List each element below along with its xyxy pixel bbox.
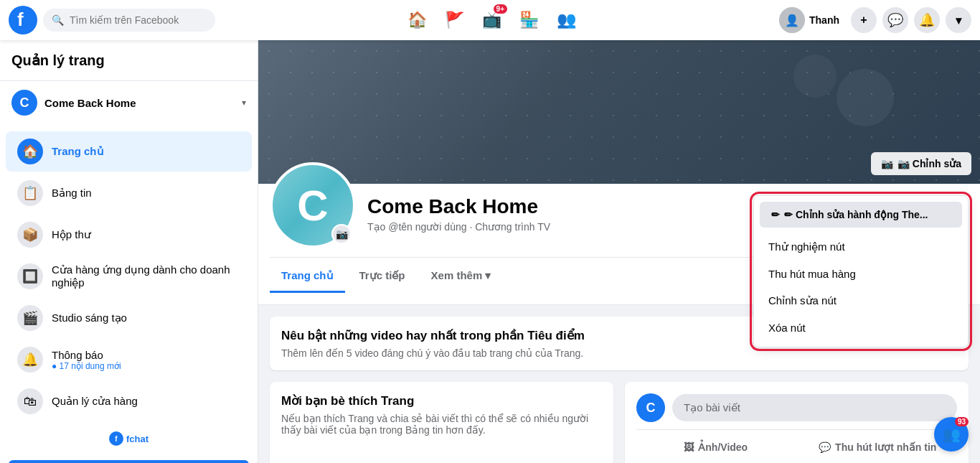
action-dropdown-item-test[interactable]: Thử nghiệm nút	[760, 233, 962, 261]
avatar: 👤	[779, 7, 805, 33]
sidebar-nav: 🏠 Trang chủ 📋 Bảng tin 📦 Hộp thư 🔲 Cửa h…	[0, 124, 258, 429]
sidebar-item-quanlycuahang[interactable]: 🛍 Quản lý cửa hàng	[6, 381, 252, 421]
action-dropdown-item-attract[interactable]: Thu hút mua hàng	[760, 261, 962, 287]
create-post-row: C Tạo bài viết	[636, 393, 957, 422]
support-icon: 👥	[943, 426, 961, 443]
username-label: Thanh	[809, 14, 839, 26]
post-card: C Tạo bài viết 🖼 Ảnh/Video 💬 Thu hút lượ…	[625, 382, 969, 463]
tab-tructiep[interactable]: Trực tiếp	[348, 261, 417, 293]
video-badge: 9+	[494, 4, 507, 14]
cover-edit-label: 📷 Chỉnh sửa	[897, 158, 961, 169]
page-selector[interactable]: C Come Back Home ▾	[0, 81, 258, 124]
messenger-button[interactable]: 💬	[882, 7, 908, 33]
sidebar-ads-button[interactable]: 📣 Quảng cáo	[9, 460, 249, 463]
page-avatar-camera-button[interactable]: 📷	[331, 224, 352, 244]
notifications-button[interactable]: 🔔	[914, 7, 940, 33]
topnav-right: 👤 Thanh + 💬 🔔 ▾	[773, 4, 971, 36]
action-dropdown: ✏ ✏ Chỉnh sửa hành động The... Thử nghiệ…	[753, 195, 969, 347]
create-post-button[interactable]: Tạo bài viết	[672, 394, 957, 421]
photo-label: Ảnh/Video	[698, 441, 748, 453]
page-avatar: C	[11, 90, 37, 116]
inbox-icon: 📦	[17, 222, 43, 248]
tab-xemthem[interactable]: Xem thêm ▾	[420, 261, 503, 293]
action-dropdown-item-edit[interactable]: Chỉnh sửa nút	[760, 287, 962, 314]
sidebar: Quản lý trang C Come Back Home ▾ 🏠 Trang…	[0, 40, 258, 463]
sidebar-title: Quản lý trang	[0, 40, 258, 81]
photo-video-button[interactable]: 🖼 Ảnh/Video	[636, 436, 796, 459]
messenger-post-icon: 💬	[819, 441, 831, 453]
cover-photo: 📷 📷 Chỉnh sửa	[258, 40, 980, 184]
page-profile: C 📷 Come Back Home Tạo @tên người dùng ·…	[258, 184, 980, 305]
photo-icon: 🖼	[684, 441, 694, 453]
sidebar-item-label: Trang chủ	[52, 145, 104, 158]
bell-icon: 🔔	[17, 347, 43, 373]
studio-icon: 🎬	[17, 305, 43, 331]
sidebar-item-label: Quản lý cửa hàng	[52, 395, 138, 408]
sidebar-item-hophu[interactable]: 📦 Hộp thư	[6, 215, 252, 255]
bottom-cards-row: Mời bạn bè thích Trang Nếu bạn thích Tra…	[270, 382, 969, 463]
support-badge[interactable]: 👥 93	[934, 417, 969, 452]
sidebar-item-label: Thông báo	[52, 349, 103, 361]
sidebar-item-cuahang[interactable]: 🔲 Cửa hàng ứng dụng dành cho doanh nghiệ…	[6, 256, 252, 296]
sidebar-bottom: 📣 Quảng cáo	[0, 452, 258, 463]
attract-clicks-label: Thu hút lượt nhấn tin	[835, 441, 936, 453]
add-button[interactable]: +	[851, 7, 877, 33]
camera-icon: 📷	[881, 158, 893, 169]
invite-card-desc: Nếu bạn thích Trang và chia sẻ bài viết …	[281, 413, 602, 436]
sidebar-item-label: Studio sáng tạo	[52, 312, 127, 324]
invite-card-title: Mời bạn bè thích Trang	[281, 393, 602, 408]
topnav-center-icons: 🏠 🚩 📺 9+ 🏪 👥	[221, 3, 762, 37]
search-input[interactable]	[70, 14, 207, 26]
shop-icon: 🛍	[17, 388, 43, 414]
app-store-icon: 🔲	[17, 263, 43, 289]
sidebar-item-studio[interactable]: 🎬 Studio sáng tạo	[6, 298, 252, 338]
store-nav-button[interactable]: 🏪	[512, 3, 546, 37]
sidebar-item-trangchu[interactable]: 🏠 Trang chủ	[6, 131, 252, 172]
invite-card: Mời bạn bè thích Trang Nếu bạn thích Tra…	[270, 382, 613, 463]
action-dropdown-header-btn[interactable]: ✏ ✏ Chỉnh sửa hành động The...	[760, 202, 962, 228]
feature-card-desc: Thêm lên đến 5 video đáng chú ý vào đầu …	[281, 347, 957, 359]
search-icon: 🔍	[52, 14, 64, 26]
action-dropdown-header-label: ✏ Chỉnh sửa hành động The...	[784, 209, 928, 220]
menu-chevron-button[interactable]: ▾	[946, 7, 971, 33]
notification-badge: ● 17 nội dung mới	[52, 361, 240, 371]
page-selector-name: Come Back Home	[44, 97, 235, 109]
page-profile-top: C 📷 Come Back Home Tạo @tên người dùng ·…	[270, 184, 969, 248]
tab-trangchu[interactable]: Trang chủ	[270, 261, 345, 293]
page-username-link[interactable]: Tạo @tên người dùng	[367, 221, 467, 233]
home-icon: 🏠	[17, 139, 43, 164]
fchat-logo: f	[109, 431, 123, 446]
sidebar-item-label: Cửa hàng ứng dụng dành cho doanh nghiệp	[52, 263, 240, 289]
post-avatar: C	[636, 393, 665, 422]
flag-nav-button[interactable]: 🚩	[437, 3, 471, 37]
post-actions-row: 🖼 Ảnh/Video 💬 Thu hút lượt nhấn tin	[636, 429, 957, 459]
fchat-label: fchat	[126, 434, 149, 444]
page-category: · Chương trình TV	[469, 221, 550, 233]
search-box: 🔍	[43, 9, 215, 32]
page-layout: Quản lý trang C Come Back Home ▾ 🏠 Trang…	[0, 40, 980, 463]
people-nav-button[interactable]: 👥	[549, 3, 583, 37]
sidebar-item-thongbao[interactable]: 🔔 Thông báo ● 17 nội dung mới	[6, 340, 252, 380]
cover-edit-button[interactable]: 📷 📷 Chỉnh sửa	[871, 152, 971, 175]
sidebar-item-bangtin[interactable]: 📋 Bảng tin	[6, 173, 252, 213]
home-nav-button[interactable]: 🏠	[400, 3, 434, 37]
topnav: f 🔍 🏠 🚩 📺 9+ 🏪 👥 👤 Thanh + 💬 🔔 ▾	[0, 0, 980, 40]
action-dropdown-item-delete[interactable]: Xóa nút	[760, 314, 962, 341]
sidebar-item-label: Bảng tin	[52, 187, 92, 200]
svg-text:f: f	[17, 9, 24, 30]
attract-clicks-button[interactable]: 💬 Thu hút lượt nhấn tin	[798, 436, 958, 459]
support-count: 93	[955, 417, 969, 426]
facebook-logo[interactable]: f	[9, 6, 37, 34]
page-avatar-wrap: C 📷	[270, 162, 356, 248]
chevron-down-icon: ▾	[242, 98, 246, 108]
user-profile-button[interactable]: 👤 Thanh	[773, 4, 845, 36]
sidebar-item-label: Hộp thư	[52, 228, 91, 241]
edit-icon: ✏	[771, 209, 780, 220]
fchat-badge[interactable]: f fchat	[0, 429, 258, 452]
main-content: 📷 📷 Chỉnh sửa C 📷 Come Back Home Tạo @tê…	[258, 40, 980, 463]
video-nav-button[interactable]: 📺 9+	[474, 3, 509, 37]
news-icon: 📋	[17, 180, 43, 206]
